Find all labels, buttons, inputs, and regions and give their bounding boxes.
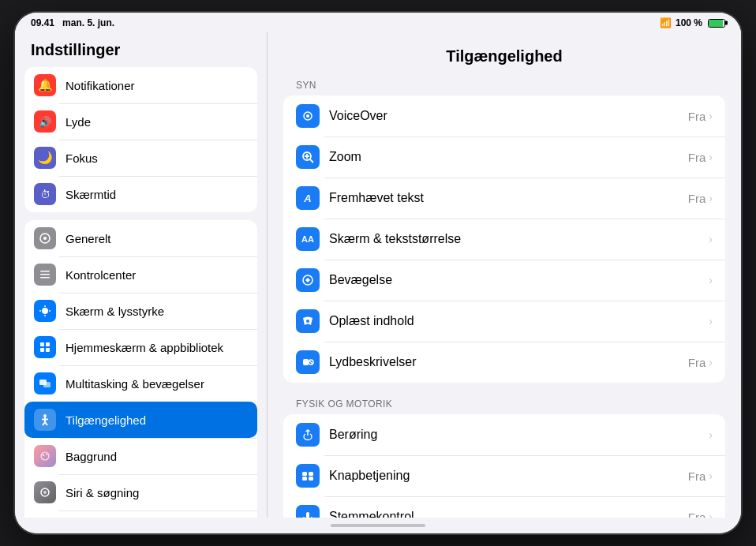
svg-line-20 (45, 422, 47, 425)
kontrolcenter-label: Kontrolcenter (65, 268, 136, 282)
svg-rect-11 (46, 342, 50, 346)
tilgaengelighed-label: Tilgængelighed (65, 413, 146, 427)
sidebar-item-applepencil[interactable]: Apple Pencil (24, 510, 257, 518)
svg-point-39 (306, 320, 309, 323)
main-content: Indstillinger 🔔 Notifikationer 🔊 Lyde 🌙 … (15, 32, 741, 518)
sidebar-item-skaermtid[interactable]: ⏱ Skærmtid (24, 176, 257, 212)
svg-rect-40 (303, 359, 309, 365)
lyde-icon: 🔊 (34, 110, 56, 133)
skaermtid-icon: ⏱ (34, 183, 56, 205)
wifi-icon: 📶 (660, 17, 672, 28)
skaermtekst-icon: AA (296, 227, 320, 251)
oplaestindhold-label: Oplæst indhold (329, 314, 705, 328)
detail-row-stemmekontrol[interactable]: Stemmekontrol Fra › (283, 496, 725, 518)
bevaegelse-icon (296, 268, 320, 292)
lydbeskrivelser-label: Lydbeskrivelser (329, 355, 688, 369)
bevaegelse-label: Bevægelse (329, 273, 705, 287)
voiceover-value: Fra (688, 110, 706, 123)
sidebar-item-baggrund[interactable]: Baggrund (24, 438, 257, 474)
sidebar-item-skaerm[interactable]: Skærm & lysstyrke (24, 293, 257, 329)
detail-row-oplaestindhold[interactable]: Oplæst indhold › (283, 301, 725, 342)
sidebar-scroll[interactable]: 🔔 Notifikationer 🔊 Lyde 🌙 Fokus ⏱ Skærmt… (15, 67, 267, 518)
fokus-label: Fokus (65, 151, 98, 165)
voiceover-chevron: › (709, 110, 713, 122)
detail-row-fremhaevetekst[interactable]: A Fremhævet tekst Fra › (283, 178, 725, 219)
home-bar (331, 524, 425, 527)
status-time-date: 09.41 man. 5. jun. (31, 17, 114, 28)
skaerm-icon (34, 300, 56, 322)
stemmekontrol-value: Fra (688, 510, 706, 518)
bevaegelse-chevron: › (709, 274, 713, 286)
fremhaevetekst-icon: A (296, 186, 320, 210)
oplaestindhold-icon (296, 309, 320, 333)
battery-level: 100 % (676, 17, 702, 28)
sidebar-item-siri[interactable]: Siri & søgning (24, 474, 257, 510)
sidebar-item-generelt[interactable]: Generelt (24, 220, 257, 256)
sidebar-item-tilgaengelighed[interactable]: Tilgængelighed (24, 402, 257, 438)
status-bar: 09.41 man. 5. jun. 📶 100 % (15, 13, 741, 32)
knapbetjening-label: Knapbetjening (329, 469, 688, 483)
svg-rect-13 (46, 348, 50, 352)
sidebar-item-multitasking[interactable]: Multitasking & bevægelser (24, 365, 257, 402)
notifikationer-icon: 🔔 (34, 74, 56, 96)
detail-row-beroering[interactable]: Berøring › (283, 414, 725, 455)
svg-rect-46 (309, 477, 313, 481)
voiceover-icon (296, 104, 320, 128)
sidebar-item-notifikationer[interactable]: 🔔 Notifikationer (24, 67, 257, 103)
battery-icon (708, 19, 725, 28)
lydbeskrivelser-icon (296, 350, 320, 374)
svg-rect-15 (43, 382, 51, 387)
status-date: man. 5. jun. (62, 17, 114, 28)
siri-icon (34, 481, 56, 503)
sidebar-item-fokus[interactable]: 🌙 Fokus (24, 140, 257, 176)
hjemmeskaerm-icon (34, 336, 56, 358)
detail-row-skaermtekst[interactable]: AA Skærm & tekststørrelse › (283, 219, 725, 260)
skaermtekst-label: Skærm & tekststørrelse (329, 232, 705, 246)
oplaestindhold-chevron: › (709, 315, 713, 327)
detail-group-syn: VoiceOver Fra › Zoom Fra (283, 95, 725, 383)
ipad-frame: 09.41 man. 5. jun. 📶 100 % Indstillinger… (15, 13, 741, 533)
sidebar-item-lyde[interactable]: 🔊 Lyde (24, 103, 257, 140)
detail-title: Tilgængelighed (283, 47, 725, 65)
fremhaevetekst-chevron: › (709, 192, 713, 204)
fremhaevetekst-label: Fremhævet tekst (329, 191, 688, 205)
tilgaengelighed-icon (34, 409, 56, 431)
zoom-label: Zoom (329, 150, 688, 164)
stemmekontrol-icon (296, 505, 320, 518)
svg-rect-45 (302, 477, 307, 481)
multitasking-label: Multitasking & bevægelser (65, 377, 204, 391)
svg-rect-10 (40, 342, 44, 346)
svg-point-23 (46, 454, 47, 455)
siri-label: Siri & søgning (65, 486, 139, 499)
beroering-chevron: › (709, 428, 713, 441)
detail-group-fysik: Berøring › Knapbetjening (283, 414, 725, 518)
lydbeskrivelser-chevron: › (709, 356, 713, 368)
svg-rect-43 (302, 472, 307, 476)
detail-row-bevaegelse[interactable]: Bevægelse › (283, 260, 725, 301)
svg-line-35 (310, 159, 313, 163)
lyde-label: Lyde (65, 115, 91, 129)
sidebar-group-1: 🔔 Notifikationer 🔊 Lyde 🌙 Fokus ⏱ Skærmt… (24, 67, 257, 212)
svg-point-25 (43, 491, 47, 494)
detail-row-knapbetjening[interactable]: Knapbetjening Fra › (283, 455, 725, 496)
generelt-icon (34, 227, 56, 249)
sidebar-item-hjemmeskaerm[interactable]: Hjemmeskærm & appbibliotek (24, 329, 257, 365)
sidebar-group-2: Generelt Kontrolcenter (24, 220, 257, 518)
skaermtekst-chevron: › (709, 233, 713, 245)
svg-line-42 (309, 361, 313, 364)
hjemmeskaerm-label: Hjemmeskærm & appbibliotek (65, 341, 223, 354)
svg-point-33 (306, 114, 309, 118)
home-indicator (15, 518, 741, 533)
svg-rect-47 (306, 512, 309, 518)
detail-row-voiceover[interactable]: VoiceOver Fra › (283, 95, 725, 136)
skaerm-label: Skærm & lysstyrke (65, 305, 164, 318)
generelt-label: Generelt (65, 232, 111, 245)
detail-row-lydbeskrivelser[interactable]: Lydbeskrivelser Fra › (283, 342, 725, 383)
sidebar-item-kontrolcenter[interactable]: Kontrolcenter (24, 256, 257, 293)
knapbetjening-icon (296, 464, 320, 488)
detail-row-zoom[interactable]: Zoom Fra › (283, 136, 725, 178)
svg-point-16 (43, 414, 47, 417)
notifikationer-label: Notifikationer (65, 79, 135, 92)
knapbetjening-chevron: › (709, 469, 713, 482)
detail-panel[interactable]: Tilgængelighed SYN VoiceOver Fra › (268, 32, 741, 518)
